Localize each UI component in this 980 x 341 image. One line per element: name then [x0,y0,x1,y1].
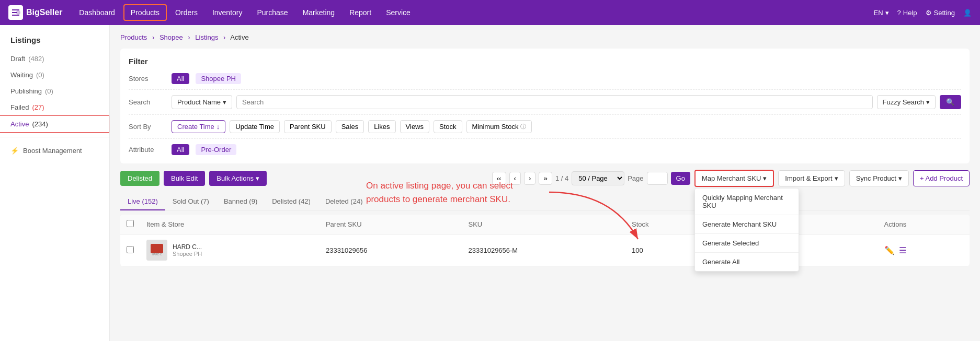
app-name: BigSeller [26,8,62,17]
import-export-button[interactable]: Import & Export ▾ [778,170,845,186]
nav-purchase[interactable]: Purchase [251,5,294,20]
toolbar-right: ‹‹ ‹ › » 1 / 4 50 / Page 100 / Page Page… [492,170,970,187]
sidebar-item-failed[interactable]: Failed (27) [0,99,109,115]
page-label: Page [628,174,643,182]
sort-update-time[interactable]: Update Time [230,120,280,133]
tab-banned[interactable]: Banned (9) [216,193,265,210]
bulk-actions-button[interactable]: Bulk Actions ▾ [209,171,267,186]
filter-label-stores: Stores [129,75,165,83]
per-page-select[interactable]: 50 / Page 100 / Page [572,171,624,185]
nav-inventory[interactable]: Inventory [206,5,249,20]
row-actions: ✏️ ☰ [878,234,970,266]
dropdown-generate-selected[interactable]: Generate Selected [695,234,799,253]
sidebar-item-draft[interactable]: Draft (482) [0,51,109,67]
nav-marketing[interactable]: Marketing [297,5,341,20]
map-sku-wrapper: Map Merchant SKU ▾ Quickly Mapping Merch… [694,170,774,187]
tab-delisted[interactable]: Delisted (42) [265,193,318,210]
sidebar-item-count-failed: (27) [32,103,44,111]
sidebar-item-active[interactable]: Active (234) [0,115,109,133]
page-next[interactable]: › [524,172,535,185]
page-number-input[interactable] [647,172,668,185]
product-thumbnail: HARD C [146,240,167,261]
filter-label-attr: Attribute [129,146,165,154]
action-icons: ✏️ ☰ [884,245,963,255]
tab-deleted[interactable]: Deleted (24) [318,193,370,210]
sort-views[interactable]: Views [400,120,429,133]
sort-minimum-stock[interactable]: Minimum Stock ⓘ [466,120,532,133]
filter-stores-shopee-ph[interactable]: Shopee PH [196,73,241,84]
dropdown-generate-all[interactable]: Generate All [695,253,799,271]
help-link[interactable]: ? Help [897,9,917,17]
top-nav: BigSeller Dashboard Products Orders Inve… [0,0,980,25]
row-parent-sku: 23331029656 [320,234,462,266]
avatar-icon: 👤 [963,9,972,17]
filter-stores-all[interactable]: All [172,73,189,84]
boost-icon: ⚡ [10,147,19,155]
language-selector[interactable]: EN ▾ [873,9,888,17]
nav-service[interactable]: Service [380,5,417,20]
table-header-item: Item & Store [140,215,320,234]
search-type-select[interactable]: Product Name ▾ [172,95,232,109]
nav-report[interactable]: Report [343,5,378,20]
bulk-edit-button[interactable]: Bulk Edit [164,171,205,186]
sort-stock[interactable]: Stock [434,120,462,133]
sync-product-button[interactable]: Sync Product ▾ [849,170,909,186]
sidebar-boost-management[interactable]: ⚡ Boost Management [0,142,109,160]
table-header-checkbox [120,215,140,234]
breadcrumb-shopee[interactable]: Shopee [159,33,183,41]
map-merchant-sku-button[interactable]: Map Merchant SKU ▾ [694,170,774,187]
breadcrumb-products[interactable]: Products [120,33,147,41]
app-logo[interactable]: BigSeller [8,5,62,20]
select-all-checkbox[interactable] [127,220,134,227]
sidebar-item-waiting[interactable]: Waiting (0) [0,67,109,83]
sort-parent-sku[interactable]: Parent SKU [284,120,332,133]
sidebar-section-title: Listings [0,31,109,51]
sidebar-item-publishing[interactable]: Publishing (0) [0,83,109,99]
filter-attr-pre-order[interactable]: Pre-Order [196,144,236,155]
chevron-down-icon: ▾ [763,174,767,182]
sort-arrow-icon: ↓ [216,123,220,131]
search-input[interactable] [236,95,872,109]
filter-label-search: Search [129,98,165,106]
tab-live[interactable]: Live (152) [120,193,165,210]
nav-orders[interactable]: Orders [169,5,204,20]
sort-create-time[interactable]: Create Time ↓ [172,120,225,133]
sidebar-item-count-draft: (482) [28,55,44,63]
logo-icon [8,5,23,20]
chevron-down-icon: ▾ [835,174,838,182]
nav-products[interactable]: Products [123,4,167,21]
dropdown-generate-merchant-sku[interactable]: Generate Merchant SKU [695,215,799,234]
table-header-stock: Stock [625,215,703,234]
delist-button[interactable]: Delisted [120,171,159,186]
user-avatar[interactable]: 👤 [963,9,972,17]
sort-sales[interactable]: Sales [336,120,364,133]
go-button[interactable]: Go [671,172,690,185]
list-icon[interactable]: ☰ [899,245,906,255]
add-product-button[interactable]: + Add Product [913,170,970,186]
filter-row-attribute: Attribute All Pre-Order [129,144,961,155]
dropdown-quickly-mapping[interactable]: Quickly Mapping Merchant SKU [695,189,799,215]
chevron-down-icon: ▾ [256,174,259,182]
product-store: Shopee PH [173,251,202,257]
page-next-next[interactable]: » [539,172,552,185]
search-button[interactable]: 🔍 [940,95,961,109]
breadcrumb-listings[interactable]: Listings [195,33,218,41]
row-sku: 23331029656-M [462,234,626,266]
filter-row-search: Search Product Name ▾ Fuzzy Search ▾ 🔍 [129,95,961,115]
filter-attr-all[interactable]: All [172,144,189,155]
fuzzy-search-select[interactable]: Fuzzy Search ▾ [877,95,936,109]
tab-sold-out[interactable]: Sold Out (7) [165,193,216,210]
sidebar-item-count-waiting: (0) [36,71,44,79]
settings-link[interactable]: ⚙ Setting [926,9,955,17]
row-stock: 100 [625,234,703,266]
nav-dashboard[interactable]: Dashboard [73,5,121,20]
nav-right: EN ▾ ? Help ⚙ Setting 👤 [873,9,972,17]
search-box: Product Name ▾ Fuzzy Search ▾ 🔍 [172,95,961,109]
edit-icon[interactable]: ✏️ [884,245,895,255]
row-checkbox[interactable] [127,246,134,253]
sort-likes[interactable]: Likes [368,120,395,133]
row-item-cell: HARD C HARD C... Shopee PH [140,234,320,266]
row-checkbox-cell [120,234,140,266]
main-content: Products › Shopee › Listings › Active Fi… [110,25,980,341]
gear-icon: ⚙ [926,9,932,17]
